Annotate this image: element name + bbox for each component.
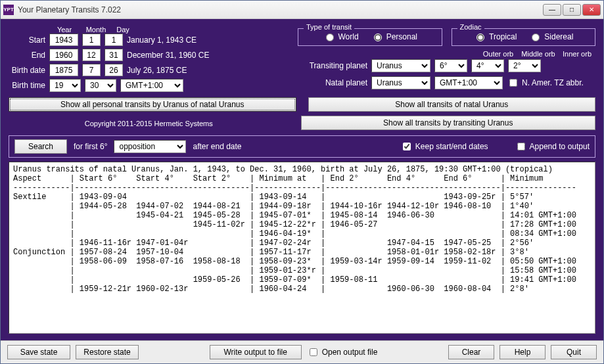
birthtime-minute-select[interactable]: 30	[85, 79, 116, 92]
output-textarea[interactable]: Uranus transits of natal Uranus, Jan. 1,…	[9, 162, 595, 334]
transiting-planet-label: Transiting planet	[298, 61, 367, 70]
header-day: Day	[111, 26, 135, 34]
left-column: Year Month Day Start January 1, 1943 CE …	[9, 26, 285, 92]
inner-orb-label: Inner orb	[559, 50, 595, 58]
header-year: Year	[48, 26, 81, 34]
birthtime-label: Birth time	[9, 81, 45, 90]
zodiac-sidereal-radio[interactable]: Sidereal	[528, 32, 573, 41]
tz-abbr-checkbox[interactable]: N. Amer. TZ abbr.	[507, 77, 584, 89]
search-row: Search for first 6° opposition after end…	[9, 135, 595, 158]
show-personal-transits-button[interactable]: Show all personal transits by Uranus of …	[9, 97, 296, 112]
birthdate-text: July 26, 1875 CE	[127, 66, 187, 75]
end-day-input[interactable]	[105, 49, 123, 61]
transit-type-legend: Type of transit	[304, 23, 354, 31]
start-month-input[interactable]	[82, 34, 101, 46]
birthdate-label: Birth date	[9, 66, 45, 75]
natal-planet-label: Natal planet	[298, 78, 367, 87]
end-year-input[interactable]	[49, 49, 78, 61]
save-state-button[interactable]: Save state	[7, 345, 70, 359]
zodiac-fieldset: Zodiac Tropical Sidereal	[452, 28, 596, 46]
transit-type-fieldset: Type of transit World Personal	[298, 28, 442, 46]
start-day-input[interactable]	[105, 34, 123, 46]
transit-world-radio[interactable]: World	[323, 32, 359, 41]
birthdate-month-input[interactable]	[82, 64, 101, 76]
search-button[interactable]: Search	[14, 139, 67, 154]
natal-tz-select[interactable]: GMT+1:00	[434, 76, 503, 89]
app-icon: YPT	[3, 5, 14, 15]
show-natal-transits-button[interactable]: Show all transits of natal Uranus	[308, 97, 596, 112]
help-button[interactable]: Help	[499, 345, 546, 359]
start-label: Start	[9, 35, 45, 45]
outer-orb-select[interactable]: 6°	[434, 59, 467, 72]
start-date-text: January 1, 1943 CE	[127, 35, 197, 45]
clear-button[interactable]: Clear	[448, 345, 494, 359]
search-aspect-select[interactable]: opposition	[114, 140, 186, 153]
transit-personal-radio[interactable]: Personal	[371, 32, 417, 41]
zodiac-tropical-radio[interactable]: Tropical	[473, 32, 517, 41]
append-output-checkbox[interactable]: Append to output	[515, 141, 590, 152]
keep-dates-checkbox[interactable]: Keep start/end dates	[400, 141, 488, 152]
restore-state-button[interactable]: Restore state	[76, 345, 139, 359]
transiting-planet-select[interactable]: Uranus	[371, 59, 430, 72]
birthtime-tz-select[interactable]: GMT+1:00	[120, 79, 183, 92]
window-buttons: — □ ✕	[543, 4, 601, 16]
quit-button[interactable]: Quit	[551, 345, 597, 359]
top-grid: Year Month Day Start January 1, 1943 CE …	[9, 26, 595, 92]
open-output-checkbox[interactable]: Open output file	[307, 346, 378, 358]
header-month: Month	[81, 26, 111, 34]
write-output-button[interactable]: Write output to file	[210, 345, 302, 359]
copyright-text: Copyright 2011-2015 Hermetic Systems	[9, 120, 289, 127]
start-year-input[interactable]	[49, 34, 78, 46]
app-window: YPT Your Planetary Transits 7.022 — □ ✕ …	[0, 0, 604, 364]
search-prefix: for first 6°	[74, 142, 107, 151]
titlebar: YPT Your Planetary Transits 7.022 — □ ✕	[1, 1, 603, 19]
minimize-button[interactable]: —	[543, 4, 561, 16]
show-transiting-transits-button[interactable]: Show all transits by transiting Uranus	[301, 116, 596, 130]
outer-orb-label: Outer orb	[478, 50, 518, 58]
inner-orb-select[interactable]: 2°	[508, 59, 541, 72]
search-suffix: after end date	[193, 142, 241, 151]
window-title: Your Planetary Transits 7.022	[18, 5, 543, 14]
end-date-text: December 31, 1960 CE	[127, 51, 209, 60]
zodiac-legend: Zodiac	[457, 23, 484, 31]
right-column: Type of transit World Personal Zodiac Tr…	[298, 26, 595, 92]
end-label: End	[9, 51, 45, 60]
content-area: Year Month Day Start January 1, 1943 CE …	[1, 19, 603, 340]
natal-planet-select[interactable]: Uranus	[371, 76, 430, 89]
birthtime-hour-select[interactable]: 19	[49, 79, 81, 92]
birthdate-year-input[interactable]	[49, 64, 78, 76]
birthdate-day-input[interactable]	[105, 64, 123, 76]
middle-orb-select[interactable]: 4°	[471, 59, 504, 72]
close-button[interactable]: ✕	[582, 4, 601, 16]
maximize-button[interactable]: □	[563, 4, 581, 16]
bottom-bar: Save state Restore state Write output to…	[1, 340, 603, 363]
end-month-input[interactable]	[82, 49, 101, 61]
middle-orb-label: Middle orb	[518, 50, 559, 58]
